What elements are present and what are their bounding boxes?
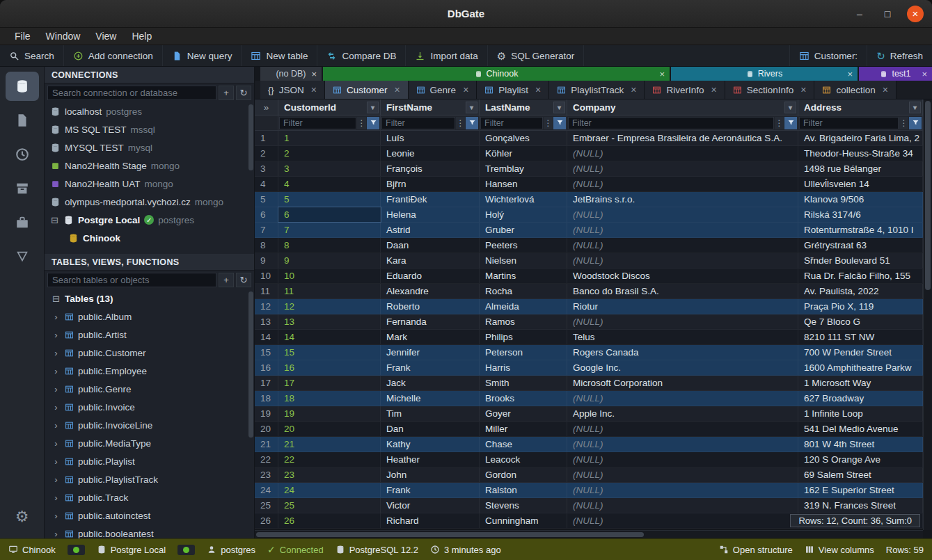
- row-number-cell[interactable]: 9: [255, 253, 278, 268]
- table-row[interactable]: 11LuísGonçalvesEmbraer - Empresa Brasile…: [255, 131, 932, 146]
- expand-icon[interactable]: ›: [52, 493, 61, 503]
- cell-company[interactable]: Banco do Brasil S.A.: [567, 284, 798, 298]
- cell-customerid[interactable]: 8: [278, 238, 381, 253]
- filter-input-customerid[interactable]: [279, 117, 356, 129]
- cell-firstname[interactable]: Eduardo: [381, 269, 480, 283]
- cell-address[interactable]: 700 W Pender Street: [798, 345, 923, 360]
- cell-lastname[interactable]: Köhler: [480, 146, 567, 161]
- table-item-public-playlist[interactable]: ›public.Playlist: [45, 452, 254, 470]
- cell-customerid[interactable]: 1: [278, 131, 381, 145]
- row-number-cell[interactable]: 3: [255, 161, 278, 176]
- tables-scrollbar-thumb[interactable]: [248, 291, 253, 438]
- cell-firstname[interactable]: Leonie: [381, 146, 480, 161]
- cell-company[interactable]: Telus: [567, 330, 798, 344]
- table-item-public-employee[interactable]: ›public.Employee: [45, 362, 254, 380]
- cell-company[interactable]: (NULL): [567, 161, 798, 176]
- table-row[interactable]: 1818MichelleBrooks(NULL)627 Broadway: [255, 391, 932, 406]
- cell-company[interactable]: Apple Inc.: [567, 406, 798, 421]
- close-icon[interactable]: ×: [847, 70, 853, 79]
- menu-file[interactable]: File: [7, 29, 38, 43]
- row-number-cell[interactable]: 15: [255, 345, 278, 360]
- column-header-customerid[interactable]: CustomerId▾: [278, 99, 381, 115]
- row-number-cell[interactable]: 5: [255, 192, 278, 207]
- customer-button[interactable]: Customer:: [789, 45, 867, 66]
- cell-customerid[interactable]: 18: [278, 391, 381, 406]
- expand-icon[interactable]: ›: [52, 529, 61, 539]
- cell-firstname[interactable]: Jack: [381, 376, 480, 390]
- cell-customerid[interactable]: 2: [278, 146, 381, 161]
- cell-firstname[interactable]: Heather: [381, 452, 480, 467]
- table-row[interactable]: 2222HeatherLeacock(NULL)120 S Orange Ave: [255, 452, 932, 467]
- connection-mysql-test[interactable]: MYSQL TESTmysql: [45, 138, 254, 157]
- connection-localhost[interactable]: localhostpostgres: [45, 102, 254, 120]
- cell-address[interactable]: Qe 7 Bloco G: [798, 314, 923, 329]
- table-row[interactable]: 44BjřrnHansen(NULL)Ullevĺlsveien 14: [255, 177, 932, 192]
- table-item-public-genre[interactable]: ›public.Genre: [45, 380, 254, 398]
- cell-lastname[interactable]: Brooks: [480, 391, 567, 406]
- table-row[interactable]: 1616FrankHarrisGoogle Inc.1600 Amphithea…: [255, 360, 932, 376]
- cell-firstname[interactable]: Fernanda: [381, 314, 480, 329]
- table-row[interactable]: 66HelenaHolý(NULL)Rilská 3174/6: [255, 207, 932, 223]
- cell-company[interactable]: (NULL): [567, 177, 798, 191]
- filter-input-address[interactable]: [799, 117, 899, 129]
- column-header-company[interactable]: Company▾: [567, 99, 798, 115]
- cell-company[interactable]: (NULL): [567, 391, 798, 406]
- collapse-icon[interactable]: ⊟: [52, 294, 61, 304]
- cell-lastname[interactable]: Cunningham: [480, 513, 567, 528]
- cell-lastname[interactable]: Chase: [480, 437, 567, 451]
- cell-firstname[interactable]: Kara: [381, 253, 480, 268]
- cell-company[interactable]: Embraer - Empresa Brasileira de Aeronáut…: [567, 131, 798, 145]
- row-number-cell[interactable]: 16: [255, 360, 278, 375]
- row-number-cell[interactable]: 22: [255, 452, 278, 467]
- cell-firstname[interactable]: Roberto: [381, 299, 480, 314]
- cell-firstname[interactable]: Helena: [381, 207, 480, 222]
- table-row[interactable]: 1010EduardoMartinsWoodstock DiscosRua Dr…: [255, 269, 932, 284]
- refresh-connections-button[interactable]: ↻: [236, 86, 251, 100]
- filter-menu-icon[interactable]: ⋮: [456, 117, 465, 129]
- cell-firstname[interactable]: Luís: [381, 131, 480, 145]
- close-icon[interactable]: ×: [711, 84, 717, 95]
- filter-menu-icon[interactable]: ⋮: [775, 117, 784, 129]
- column-dropdown-icon[interactable]: ▾: [784, 102, 796, 113]
- nav-settings[interactable]: ⚙: [6, 502, 39, 531]
- cell-firstname[interactable]: François: [381, 161, 480, 176]
- cell-customerid[interactable]: 21: [278, 437, 381, 451]
- connection-search-input[interactable]: [47, 86, 216, 100]
- cell-address[interactable]: 541 Del Medio Avenue: [798, 422, 923, 436]
- cell-address[interactable]: Rotenturmstraße 4, 1010 I: [798, 223, 923, 237]
- filter-funnel-icon[interactable]: [553, 117, 566, 129]
- cell-firstname[interactable]: FrantiĐek: [381, 192, 480, 207]
- new-query-button[interactable]: New query: [163, 45, 242, 66]
- row-number-cell[interactable]: 20: [255, 422, 278, 436]
- compare-db-button[interactable]: Compare DB: [317, 45, 406, 66]
- table-row[interactable]: 2424FrankRalston(NULL)162 E Superior Str…: [255, 483, 932, 498]
- cell-lastname[interactable]: Wichterlová: [480, 192, 567, 207]
- vertical-scrollbar-thumb[interactable]: [925, 101, 931, 290]
- cell-lastname[interactable]: Gruber: [480, 223, 567, 237]
- cell-lastname[interactable]: Leacock: [480, 452, 567, 467]
- table-item-public-invoiceline[interactable]: ›public.InvoiceLine: [45, 416, 254, 434]
- cell-company[interactable]: (NULL): [567, 223, 798, 237]
- table-row[interactable]: 33FrançoisTremblay(NULL)1498 rue Bélange…: [255, 161, 932, 177]
- row-number-cell[interactable]: 26: [255, 513, 278, 528]
- connection-olympus-medportal-vychozi-cz[interactable]: olympus-medportal.vychozi.czmongo: [45, 193, 254, 211]
- nav-plugins[interactable]: [6, 208, 39, 237]
- cell-company[interactable]: (NULL): [567, 467, 798, 482]
- cell-address[interactable]: Av. Paulista, 2022: [798, 284, 923, 298]
- table-item-public-track[interactable]: ›public.Track: [45, 488, 254, 506]
- table-item-public-invoice[interactable]: ›public.Invoice: [45, 398, 254, 416]
- cell-customerid[interactable]: 14: [278, 330, 381, 344]
- cell-company[interactable]: (NULL): [567, 422, 798, 436]
- nav-cloud[interactable]: [6, 242, 39, 271]
- cell-firstname[interactable]: Richard: [381, 513, 480, 528]
- table-item-public-mediatype[interactable]: ›public.MediaType: [45, 434, 254, 452]
- table-row[interactable]: 2323JohnGordon(NULL)69 Salem Street: [255, 467, 932, 483]
- cell-company[interactable]: (NULL): [567, 253, 798, 268]
- cell-address[interactable]: Grétrystraat 63: [798, 238, 923, 253]
- filter-funnel-icon[interactable]: [466, 117, 478, 129]
- tab-collection[interactable]: collection×: [814, 81, 896, 99]
- close-icon[interactable]: ×: [535, 84, 541, 95]
- cell-lastname[interactable]: Tremblay: [480, 161, 567, 176]
- cell-company[interactable]: (NULL): [567, 513, 798, 528]
- cell-address[interactable]: 1 Microsoft Way: [798, 376, 923, 390]
